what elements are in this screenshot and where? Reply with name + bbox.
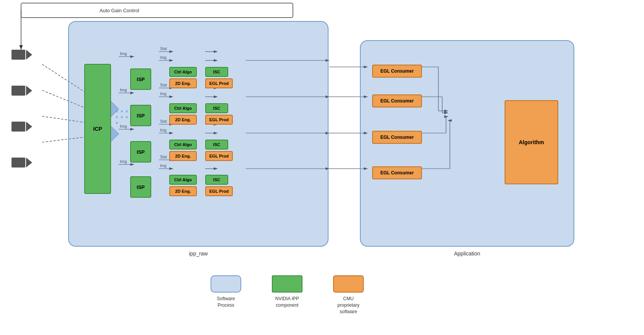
isp-label-4: ISP: [137, 184, 145, 190]
camera-3: [11, 122, 32, 132]
legend-label-green: NVIDIA IPPcomponent: [275, 296, 299, 309]
egl-consumer-1: EGL Consumer: [372, 65, 422, 78]
legend-item-green: NVIDIA IPPcomponent: [272, 275, 302, 309]
camera-1: [11, 50, 32, 60]
legend-box-blue: [211, 275, 241, 293]
legend-box-orange: [333, 275, 364, 293]
legend-item-blue: SoftwareProcess: [211, 275, 241, 309]
svg-text:Auto Gain Control: Auto Gain Control: [100, 8, 139, 13]
egl-prod-4: EGL Prod: [205, 186, 233, 196]
ctrl-algo-2: Ctrl Algo: [169, 103, 197, 113]
2d-eng-4: 2D Eng.: [169, 186, 197, 196]
2d-eng-3: 2D Eng.: [169, 151, 197, 161]
icp-label: ICP: [93, 126, 102, 132]
ipp-raw-label: ipp_raw: [68, 250, 329, 257]
camera-lens-2: [26, 86, 32, 96]
camera-body-3: [11, 122, 25, 132]
egl-consumer-3: EGL Consumer: [372, 131, 422, 144]
isc-3: ISC: [205, 140, 228, 150]
camera-lens-4: [26, 158, 32, 168]
isp-label-2: ISP: [137, 113, 145, 119]
camera-body-2: [11, 86, 25, 96]
2d-eng-1: 2D Eng.: [169, 78, 197, 88]
camera-group: [11, 50, 32, 168]
egl-consumer-label-3: EGL Consumer: [380, 135, 414, 140]
egl-prod-3: EGL Prod: [205, 151, 233, 161]
isc-label-1: ISC: [213, 70, 220, 74]
ctrl-algo-4: Ctrl Algo: [169, 175, 197, 185]
egl-consumer-2: EGL Consumer: [372, 94, 422, 107]
camera-lens-3: [26, 122, 32, 132]
legend-label-blue: SoftwareProcess: [217, 296, 235, 309]
2d-eng-label-1: 2D Eng.: [175, 81, 191, 86]
ipp-raw-container: ICP ISP Ctrl Algo ISC 2D Eng. EGL Prod I…: [68, 21, 329, 247]
legend-label-orange: CMUproprietarysoftware: [337, 296, 359, 315]
egl-consumer-label-1: EGL Consumer: [380, 68, 414, 74]
ctrl-algo-3: Ctrl Algo: [169, 140, 197, 150]
isp-block-3: ISP: [130, 141, 151, 163]
isc-4: ISC: [205, 175, 228, 185]
diagram-container: Auto Gain Control Img Img Img Img Stat I…: [0, 0, 644, 335]
egl-prod-2: EGL Prod: [205, 115, 233, 125]
legend-box-green: [272, 275, 302, 293]
ctrl-algo-1: Ctrl Algo: [169, 67, 197, 77]
isp-block-2: ISP: [130, 105, 151, 126]
camera-body-4: [11, 158, 25, 168]
algorithm-label: Algorithm: [519, 139, 544, 145]
legend: SoftwareProcess NVIDIA IPPcomponent CMUp…: [211, 275, 364, 315]
isp-label-3: ISP: [137, 149, 145, 155]
camera-2: [11, 86, 32, 96]
app-container: EGL Consumer EGL Consumer EGL Consumer E…: [360, 40, 574, 247]
isp-block-1: ISP: [130, 68, 151, 90]
egl-consumer-4: EGL Consumer: [372, 166, 422, 179]
isp-block-4: ISP: [130, 176, 151, 198]
svg-rect-0: [21, 3, 293, 18]
algorithm-box: Algorithm: [505, 100, 558, 184]
isc-1: ISC: [205, 67, 228, 77]
isp-label-1: ISP: [137, 76, 145, 82]
egl-prod-1: EGL Prod: [205, 78, 233, 88]
egl-consumer-label-2: EGL Consumer: [380, 98, 414, 104]
legend-item-orange: CMUproprietarysoftware: [333, 275, 364, 315]
2d-eng-2: 2D Eng.: [169, 115, 197, 125]
camera-lens-1: [26, 50, 32, 60]
egl-consumer-label-4: EGL Consumer: [380, 170, 414, 176]
camera-body-1: [11, 50, 25, 60]
isc-2: ISC: [205, 103, 228, 113]
ctrl-algo-label-1: Ctrl Algo: [174, 70, 192, 74]
egl-prod-label-1: EGL Prod: [209, 81, 229, 86]
icp-block: ICP: [84, 64, 111, 194]
application-label: Application: [360, 250, 574, 257]
camera-4: [11, 158, 32, 168]
